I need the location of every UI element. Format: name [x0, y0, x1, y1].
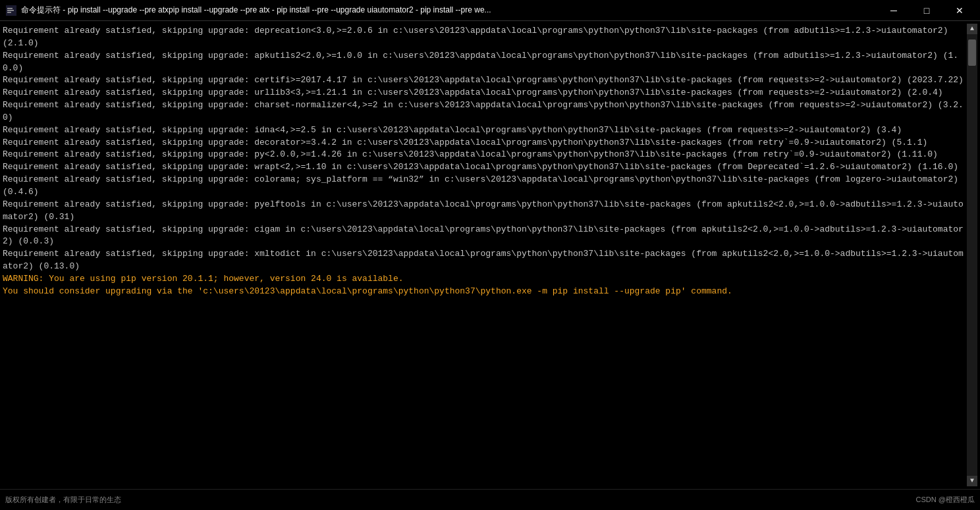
svg-rect-2 [7, 10, 14, 11]
console-line: You should consider upgrading via the 'c… [3, 286, 967, 298]
svg-rect-1 [7, 8, 13, 9]
minimize-button[interactable]: ─ [879, 1, 909, 20]
console-line: Requirement already satisfied, skipping … [3, 137, 967, 149]
scroll-up-arrow[interactable]: ▲ [967, 24, 977, 34]
scroll-thumb[interactable] [968, 39, 976, 66]
console-line: Requirement already satisfied, skipping … [3, 124, 967, 137]
bottom-bar-text: 版权所有创建者，有限于日常的生态 [5, 495, 121, 505]
close-button[interactable]: ✕ [944, 1, 975, 20]
maximize-button[interactable]: □ [912, 1, 942, 20]
bottom-bar: 版权所有创建者，有限于日常的生态 CSDN @橙西橙瓜 [0, 489, 980, 510]
console-line: Requirement already satisfied, skipping … [3, 174, 967, 199]
console-line: Requirement already satisfied, skipping … [3, 50, 967, 75]
title-bar: 命令提示符 - pip install --upgrade --pre atxp… [0, 0, 980, 21]
watermark: CSDN @橙西橙瓜 [916, 495, 975, 505]
console-line: Requirement already satisfied, skipping … [3, 87, 967, 99]
console-line: Requirement already satisfied, skipping … [3, 25, 967, 50]
cmd-icon [5, 5, 17, 16]
scrollbar-vertical[interactable]: ▲ ▼ [967, 24, 977, 486]
console-content: Requirement already satisfied, skipping … [3, 24, 967, 486]
console-line: Requirement already satisfied, skipping … [3, 149, 967, 161]
console-line: Requirement already satisfied, skipping … [3, 248, 967, 273]
console-line: Requirement already satisfied, skipping … [3, 199, 967, 224]
console-line: Requirement already satisfied, skipping … [3, 224, 967, 249]
window-title: 命令提示符 - pip install --upgrade --pre atxp… [21, 5, 879, 16]
console-lines: Requirement already satisfied, skipping … [3, 24, 967, 486]
window-controls: ─ □ ✕ [879, 1, 975, 20]
svg-rect-3 [7, 12, 11, 13]
console-line: Requirement already satisfied, skipping … [3, 99, 967, 124]
scroll-down-arrow[interactable]: ▼ [967, 476, 977, 486]
console-line: Requirement already satisfied, skipping … [3, 161, 967, 174]
console-line: Requirement already satisfied, skipping … [3, 74, 967, 87]
console-area: Requirement already satisfied, skipping … [0, 21, 980, 489]
cmd-window: 命令提示符 - pip install --upgrade --pre atxp… [0, 0, 980, 510]
console-line: WARNING: You are using pip version 20.1.… [3, 273, 967, 286]
